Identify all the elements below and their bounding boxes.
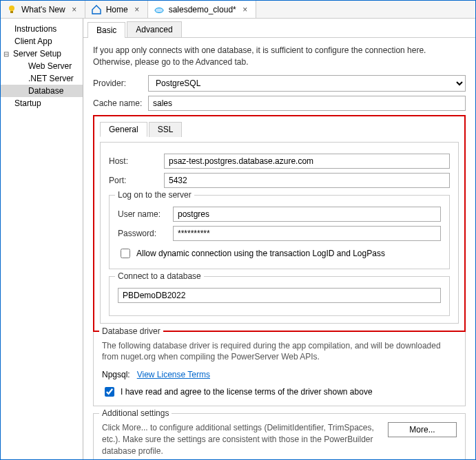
host-label: Host:	[109, 156, 164, 166]
doc-tab-whatsnew[interactable]: What's New ×	[1, 1, 85, 18]
dynamic-connection-label: Allow dynamic connection using the trans…	[136, 249, 385, 258]
driver-title: Database driver	[99, 326, 163, 336]
npgsql-label: Npgsql:	[102, 370, 130, 379]
additional-title: Additional settings	[99, 408, 172, 418]
nav-web-server[interactable]: Web Server	[1, 60, 83, 72]
doc-tab-salesdemo[interactable]: salesdemo_cloud* ×	[148, 1, 256, 18]
port-label: Port:	[109, 176, 164, 185]
port-input[interactable]	[164, 173, 450, 188]
bulb-icon	[6, 4, 17, 15]
doc-tab-home[interactable]: Home ×	[85, 1, 148, 18]
logon-legend: Log on to the server	[115, 190, 194, 200]
license-link[interactable]: View License Terms	[137, 370, 210, 379]
doc-tab-label: What's New	[21, 5, 65, 14]
provider-label: Provider:	[93, 79, 148, 88]
nav-client-app[interactable]: Client App	[1, 35, 83, 48]
document-tabstrip: What's New × Home × salesdemo_cloud* ×	[1, 1, 475, 19]
more-button[interactable]: More...	[388, 422, 457, 437]
svg-rect-1	[10, 11, 13, 13]
nav-startup[interactable]: Startup	[1, 97, 83, 109]
driver-desc: The following database driver is require…	[102, 340, 457, 364]
nav-tree: Instructions Client App Server Setup Web…	[1, 19, 83, 459]
password-input[interactable]	[173, 226, 441, 241]
cloud-icon	[154, 4, 165, 15]
close-icon[interactable]: ×	[70, 5, 79, 14]
user-input[interactable]	[173, 207, 441, 222]
cache-label: Cache name:	[93, 98, 148, 108]
tab-basic[interactable]: Basic	[87, 22, 125, 38]
user-label: User name:	[118, 209, 173, 219]
nav-database[interactable]: Database	[1, 85, 83, 97]
config-subtabs: Basic Advanced	[83, 19, 475, 37]
provider-select[interactable]: PostgreSQL	[148, 75, 466, 92]
svg-point-2	[155, 8, 163, 12]
nav-net-server[interactable]: .NET Server	[1, 72, 83, 85]
tab-general[interactable]: General	[100, 122, 147, 137]
close-icon[interactable]: ×	[132, 5, 142, 14]
home-icon	[91, 4, 102, 15]
tab-advanced[interactable]: Advanced	[127, 21, 181, 37]
dynamic-connection-checkbox[interactable]	[121, 249, 130, 258]
host-input[interactable]	[164, 154, 450, 169]
agree-label: I have read and agree to the license ter…	[121, 387, 373, 397]
tab-ssl[interactable]: SSL	[149, 122, 183, 137]
additional-desc: Click More... to configure additional se…	[102, 422, 380, 457]
cache-input[interactable]	[148, 96, 466, 111]
close-icon[interactable]: ×	[240, 5, 250, 14]
database-input[interactable]	[118, 288, 441, 303]
agree-checkbox[interactable]	[105, 387, 114, 397]
password-label: Password:	[118, 229, 173, 238]
intro-text: If you app only connects with one databa…	[93, 45, 466, 68]
doc-tab-label: Home	[106, 5, 128, 14]
doc-tab-label: salesdemo_cloud*	[169, 5, 236, 14]
svg-point-0	[9, 6, 14, 11]
connect-legend: Connect to a database	[115, 271, 204, 281]
nav-server-setup[interactable]: Server Setup	[1, 48, 83, 60]
nav-instructions[interactable]: Instructions	[1, 23, 83, 35]
